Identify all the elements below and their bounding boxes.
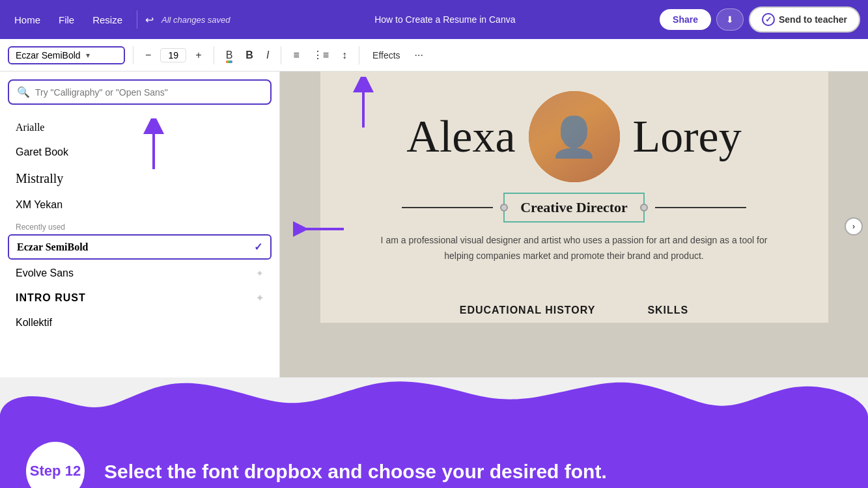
download-icon: ⬇ bbox=[726, 14, 734, 25]
toolbar-separator-2 bbox=[214, 46, 214, 64]
arrow-up-toolbar bbox=[352, 77, 375, 131]
undo-icon[interactable]: ↩ bbox=[145, 14, 154, 26]
recently-used-label: Recently used bbox=[16, 223, 272, 232]
effects-button[interactable]: Effects bbox=[367, 47, 406, 63]
right-line-decoration bbox=[655, 207, 746, 208]
chevron-down-icon: ▾ bbox=[86, 51, 90, 60]
name-row: Alexa Lorey bbox=[406, 91, 741, 182]
autosave-status: All changes saved bbox=[161, 15, 231, 25]
resume-canvas: Alexa Lorey Creative Director I am a bbox=[320, 72, 828, 323]
font-size-input[interactable]: 19 bbox=[160, 48, 186, 62]
top-navigation: Home File Resize ↩ All changes saved How… bbox=[0, 0, 868, 39]
font-item-kollektif[interactable]: Kollektif bbox=[8, 310, 272, 335]
first-name: Alexa bbox=[406, 114, 515, 159]
font-search-input[interactable] bbox=[35, 87, 262, 98]
list-button[interactable]: ⋮≡ bbox=[309, 46, 333, 64]
font-size-decrease-button[interactable]: − bbox=[141, 47, 155, 64]
font-item-mistrally[interactable]: Mistrally bbox=[8, 165, 272, 193]
resize-button[interactable]: Resize bbox=[86, 12, 129, 28]
font-color-icon: B bbox=[226, 49, 233, 61]
job-title-row: Creative Director bbox=[346, 193, 802, 223]
step-description-text: Select the font dropbox and choose your … bbox=[104, 459, 607, 484]
font-color-button[interactable]: B bbox=[222, 47, 237, 64]
last-name: Lorey bbox=[633, 114, 742, 159]
text-toolbar: Eczar SemiBold ▾ − 19 + B B I ≡ ⋮≡ ↕ Eff… bbox=[0, 39, 868, 72]
font-item-evolve[interactable]: Evolve Sans ✦ bbox=[8, 261, 272, 286]
home-button[interactable]: Home bbox=[8, 12, 47, 28]
resize-handle-left[interactable] bbox=[500, 204, 508, 211]
canvas-area: Alexa Lorey Creative Director I am a bbox=[280, 72, 868, 377]
italic-button[interactable]: I bbox=[262, 47, 273, 64]
step-number-circle: Step 12 bbox=[26, 442, 85, 488]
download-button[interactable]: ⬇ bbox=[716, 8, 744, 31]
resume-sections-row: EDUCATIONAL HISTORY SKILLS bbox=[320, 288, 828, 323]
font-search-box[interactable]: 🔍 bbox=[8, 79, 272, 105]
bio-text: I am a professional visual designer and … bbox=[372, 233, 776, 264]
font-panel: 🔍 Arialle Garet Book Mistrally XM Yekan … bbox=[0, 72, 280, 377]
expand-icon[interactable]: › bbox=[845, 217, 863, 236]
arrow-left-font bbox=[293, 217, 345, 243]
favorite-icon[interactable]: ✦ bbox=[256, 293, 264, 303]
job-title-text: Creative Director bbox=[520, 199, 628, 215]
document-title: How to Create a Resume in Canva bbox=[236, 14, 654, 25]
selected-checkmark-icon: ✓ bbox=[254, 241, 262, 253]
favorite-icon[interactable]: ✦ bbox=[256, 268, 264, 278]
arrow-up-font-panel bbox=[142, 118, 165, 173]
align-button[interactable]: ≡ bbox=[289, 47, 303, 64]
spacing-button[interactable]: ↕ bbox=[338, 47, 351, 64]
font-item-arialle[interactable]: Arialle bbox=[8, 115, 272, 140]
font-item-xmyekan[interactable]: XM Yekan bbox=[8, 193, 272, 217]
bold-button[interactable]: B bbox=[242, 47, 257, 64]
share-button[interactable]: Share bbox=[660, 9, 711, 30]
person-image bbox=[529, 91, 620, 182]
step-panel: Step 12 Select the font dropbox and choo… bbox=[0, 416, 868, 488]
resize-handle-right[interactable] bbox=[640, 204, 648, 211]
font-item-intro[interactable]: INTRO RUST ✦ bbox=[8, 286, 272, 310]
toolbar-separator-4 bbox=[359, 46, 359, 64]
font-dropdown[interactable]: Eczar SemiBold ▾ bbox=[8, 46, 125, 64]
font-item-garet[interactable]: Garet Book bbox=[8, 140, 272, 165]
education-section-heading: EDUCATIONAL HISTORY bbox=[447, 298, 609, 323]
font-size-increase-button[interactable]: + bbox=[191, 47, 205, 64]
file-button[interactable]: File bbox=[52, 12, 81, 28]
profile-photo bbox=[529, 91, 620, 182]
left-line-decoration bbox=[402, 207, 493, 208]
resume-header: Alexa Lorey Creative Director I am a bbox=[320, 72, 828, 288]
font-name-label: Eczar SemiBold bbox=[16, 50, 81, 61]
font-item-eczar-selected[interactable]: Eczar SemiBold ✓ bbox=[8, 234, 272, 260]
job-title-box[interactable]: Creative Director bbox=[503, 193, 645, 223]
send-to-teacher-button[interactable]: ✓ Send to teacher bbox=[749, 7, 860, 33]
toolbar-separator bbox=[133, 46, 133, 64]
search-icon: 🔍 bbox=[17, 86, 30, 98]
skills-section-heading: SKILLS bbox=[634, 298, 701, 323]
more-options-button[interactable]: ··· bbox=[411, 47, 427, 64]
bottom-section: Step 12 Select the font dropbox and choo… bbox=[0, 377, 868, 488]
step-number-text: Step 12 bbox=[30, 463, 81, 480]
wave-decoration bbox=[0, 377, 868, 416]
nav-divider bbox=[137, 10, 137, 29]
toolbar-separator-3 bbox=[281, 46, 281, 64]
checkmark-icon: ✓ bbox=[762, 13, 775, 26]
